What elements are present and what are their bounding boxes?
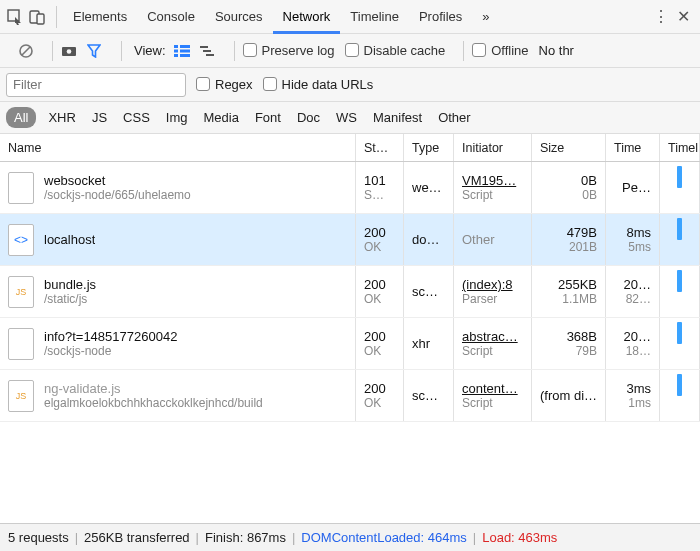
filter-bar: Regex Hide data URLs [0,68,700,102]
disable-cache-checkbox[interactable]: Disable cache [345,43,446,58]
record-button[interactable] [8,43,18,58]
type-manifest[interactable]: Manifest [365,107,430,128]
waterfall-bar [677,218,682,240]
col-time[interactable]: Time [606,134,660,161]
table-row[interactable]: info?t=1485177260042/sockjs-node 200OK x… [0,318,700,370]
throttle-select[interactable]: No thr [539,43,574,58]
network-toolbar: View: Preserve log Disable cache Offline… [0,34,700,68]
status-load: Load: 463ms [482,530,557,545]
file-icon: JS [8,276,34,308]
file-icon: <> [8,224,34,256]
view-label: View: [134,43,166,58]
svg-rect-15 [206,54,214,56]
file-icon [8,172,34,204]
preserve-log-checkbox[interactable]: Preserve log [243,43,335,58]
col-size[interactable]: Size [532,134,606,161]
tab-network[interactable]: Network [273,0,341,34]
tab-sources[interactable]: Sources [205,0,273,34]
type-media[interactable]: Media [195,107,246,128]
tab-console[interactable]: Console [137,0,205,34]
col-status[interactable]: St… [356,134,404,161]
table-row[interactable]: <> localhost 200OK do… Other 479B201B 8m… [0,214,700,266]
tab-profiles[interactable]: Profiles [409,0,472,34]
svg-rect-8 [180,45,190,48]
type-ws[interactable]: WS [328,107,365,128]
type-xhr[interactable]: XHR [40,107,83,128]
hide-data-urls-checkbox[interactable]: Hide data URLs [263,77,374,92]
large-rows-icon[interactable] [174,45,200,57]
table-row[interactable]: websocket/sockjs-node/665/uhelaemo 101S…… [0,162,700,214]
waterfall-view-icon[interactable] [200,45,226,57]
clear-icon[interactable] [18,43,44,59]
file-icon: JS [8,380,34,412]
tabs-overflow-icon[interactable]: » [472,0,499,34]
svg-point-6 [67,49,72,54]
col-waterfall[interactable]: Timel [660,134,700,161]
file-icon [8,328,34,360]
col-initiator[interactable]: Initiator [454,134,532,161]
svg-rect-12 [180,54,190,57]
device-mode-icon[interactable] [28,8,50,26]
svg-rect-10 [180,49,190,52]
type-img[interactable]: Img [158,107,196,128]
svg-line-4 [22,47,30,55]
svg-rect-14 [203,50,211,52]
svg-rect-2 [37,14,44,24]
network-table: Name St… Type Initiator Size Time Timel … [0,134,700,514]
close-icon[interactable]: ✕ [672,7,694,26]
status-dcl: DOMContentLoaded: 464ms [301,530,466,545]
svg-rect-13 [200,46,208,48]
status-finish: Finish: 867ms [205,530,286,545]
type-doc[interactable]: Doc [289,107,328,128]
filter-input[interactable] [6,73,186,97]
table-row[interactable]: JS ng-validate.jselgalmkoelokbchhkhaccko… [0,370,700,422]
type-js[interactable]: JS [84,107,115,128]
kebab-menu-icon[interactable]: ⋮ [650,7,672,26]
col-name[interactable]: Name [0,134,356,161]
waterfall-bar [677,322,682,344]
type-all[interactable]: All [6,107,36,128]
request-type-bar: AllXHRJSCSSImgMediaFontDocWSManifestOthe… [0,102,700,134]
col-type[interactable]: Type [404,134,454,161]
svg-rect-9 [174,49,178,52]
type-css[interactable]: CSS [115,107,158,128]
inspect-icon[interactable] [6,8,28,26]
tabs: ElementsConsoleSourcesNetworkTimelinePro… [63,0,472,34]
regex-checkbox[interactable]: Regex [196,77,253,92]
table-body: websocket/sockjs-node/665/uhelaemo 101S…… [0,162,700,514]
capture-screenshot-icon[interactable] [61,45,87,57]
filter-icon[interactable] [87,44,113,58]
table-row[interactable]: JS bundle.js/static/js 200OK sc… (index)… [0,266,700,318]
svg-rect-7 [174,45,178,48]
table-header: Name St… Type Initiator Size Time Timel [0,134,700,162]
waterfall-bar [677,166,682,188]
separator [56,6,57,28]
status-requests: 5 requests [8,530,69,545]
status-transferred: 256KB transferred [84,530,190,545]
status-bar: 5 requests | 256KB transferred | Finish:… [0,523,700,551]
type-font[interactable]: Font [247,107,289,128]
svg-rect-11 [174,54,178,57]
tab-timeline[interactable]: Timeline [340,0,409,34]
devtools-tabbar: ElementsConsoleSourcesNetworkTimelinePro… [0,0,700,34]
type-other[interactable]: Other [430,107,479,128]
waterfall-bar [677,374,682,396]
tab-elements[interactable]: Elements [63,0,137,34]
waterfall-bar [677,270,682,292]
offline-checkbox[interactable]: Offline [472,43,528,58]
